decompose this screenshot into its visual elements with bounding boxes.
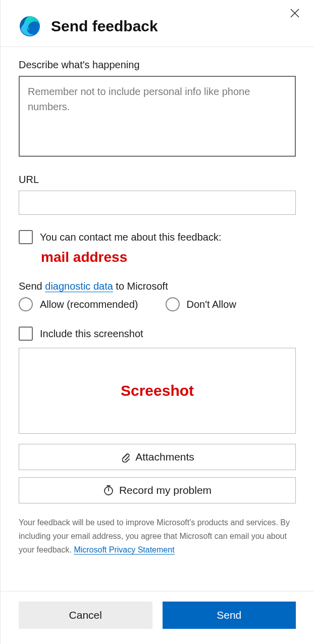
dialog-footer: Cancel Send [1,591,314,644]
url-input[interactable] [19,191,296,215]
close-icon [290,8,300,18]
screenshot-section: Include this screenshot Screeshot [19,327,296,434]
screenshot-label: Include this screenshot [40,328,143,340]
privacy-link[interactable]: Microsoft Privacy Statement [74,545,174,555]
dont-allow-radio[interactable] [166,297,180,311]
edge-logo-icon [19,15,41,37]
send-button[interactable]: Send [163,602,296,629]
record-button[interactable]: Record my problem [19,477,296,503]
dont-allow-label: Don't Allow [187,299,236,310]
record-label: Record my problem [119,484,212,496]
diagnostic-suffix: to Microsoft [113,281,168,292]
close-button[interactable] [288,6,302,20]
diagnostic-prefix: Send [19,281,45,292]
dialog-header: Send feedback [1,0,314,47]
screenshot-preview: Screeshot [19,348,296,434]
diagnostic-data-link[interactable]: diagnostic data [45,281,113,292]
cancel-button[interactable]: Cancel [19,602,152,629]
describe-label: Describe what's happening [19,59,296,71]
screenshot-annotation: Screeshot [121,382,194,399]
stopwatch-icon [103,485,114,496]
url-label: URL [19,174,296,186]
paperclip-icon [120,451,130,463]
dialog-content: Describe what's happening URL You can co… [1,47,314,557]
allow-radio[interactable] [19,297,33,311]
mail-annotation: mail address [41,249,296,265]
url-section: URL [19,174,296,215]
diagnostic-label: Send diagnostic data to Microsoft [19,281,296,292]
attachments-label: Attachments [135,451,194,463]
contact-label: You can contact me about this feedback: [40,232,222,243]
contact-checkbox[interactable] [19,230,33,244]
attachments-button[interactable]: Attachments [19,444,296,470]
disclaimer-text: Your feedback will be used to improve Mi… [19,516,296,557]
describe-input[interactable] [19,76,296,157]
dialog-title: Send feedback [51,18,158,35]
screenshot-checkbox[interactable] [19,327,33,341]
allow-label: Allow (recommended) [40,299,138,310]
contact-section: You can contact me about this feedback: … [19,230,296,265]
diagnostic-options: Allow (recommended) Don't Allow [19,297,296,311]
